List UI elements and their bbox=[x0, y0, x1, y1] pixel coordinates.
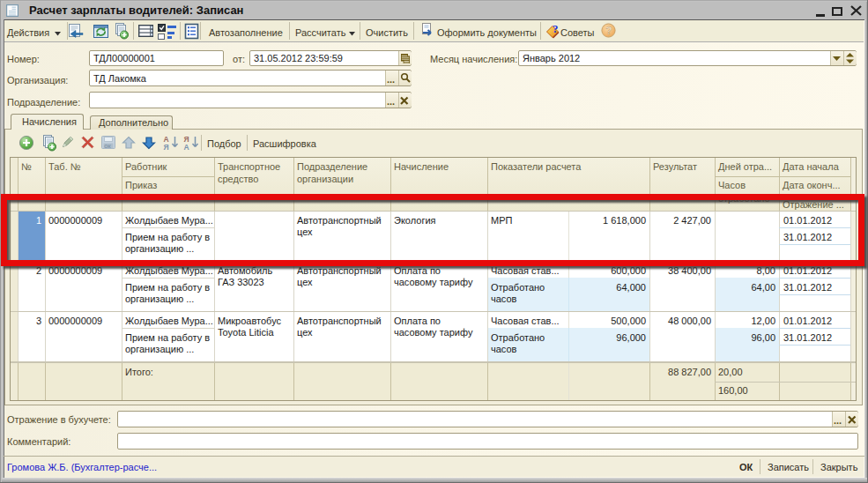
svg-text:ОК: ОК bbox=[104, 144, 111, 149]
svg-text:?: ? bbox=[605, 25, 612, 37]
svg-text:?: ? bbox=[553, 22, 559, 35]
svg-text:А: А bbox=[184, 143, 189, 151]
svg-text:Я: Я bbox=[164, 143, 169, 151]
